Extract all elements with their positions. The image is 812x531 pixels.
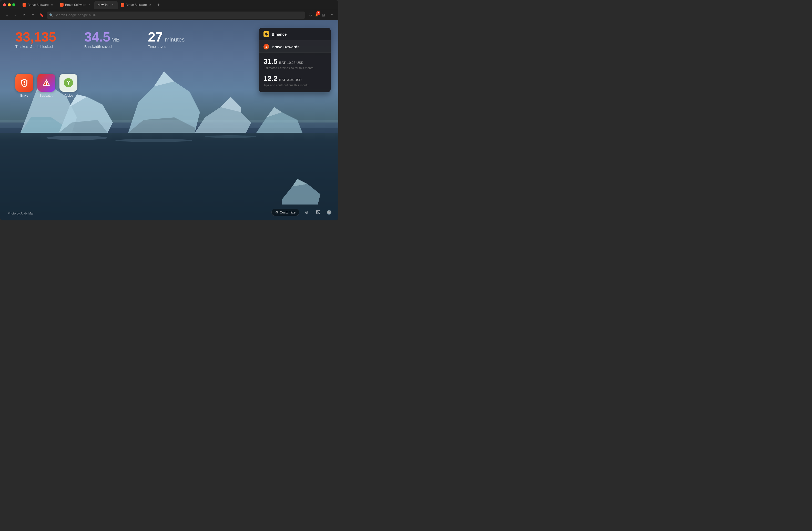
svg-marker-9 [154, 71, 174, 87]
shield-button[interactable]: 🛡 [308, 13, 313, 18]
tab-4-favicon [121, 3, 124, 7]
bookmark-button[interactable]: 🔖 [38, 12, 45, 19]
binance-label: Binance [272, 32, 287, 36]
svg-point-25 [46, 82, 47, 83]
bat-rewards-icon: ▲ [263, 44, 269, 49]
tab-4-close[interactable]: ✕ [148, 3, 152, 7]
bottom-toolbar: ⚙ Customize ⚙ 🖼 🕐 [272, 208, 333, 216]
rewards-badge: 2 [316, 11, 320, 15]
time-label: Time saved [148, 45, 185, 49]
brave-lion-svg [19, 78, 29, 88]
svg-marker-5 [59, 97, 113, 133]
svg-marker-7 [59, 120, 108, 133]
tab-4-label: Brave Software [126, 3, 147, 7]
gear-icon: ⚙ [305, 210, 308, 215]
tips-bat-num: 12.2 [263, 75, 278, 83]
address-bar[interactable]: 🔍 [47, 12, 305, 19]
shortcut-yubico[interactable]: Y Yubico [59, 74, 77, 98]
earned-usd: 10.28 USD [287, 61, 303, 64]
sidebar-toggle-button[interactable]: ≡ [29, 12, 37, 19]
bandwidth-stat: 34.5MB Bandwidth saved [84, 30, 120, 49]
tab-3-close[interactable]: ✕ [111, 3, 115, 7]
wallpaper-icon-button[interactable]: 🖼 [314, 208, 322, 216]
photo-credit: Photo by Andy Mai [8, 212, 33, 215]
close-button[interactable] [3, 3, 6, 6]
trackers-count: 33,135 [15, 30, 56, 44]
menu-button[interactable]: ≡ [328, 12, 335, 19]
svg-point-21 [24, 84, 25, 85]
tab-1[interactable]: Brave Software ✕ [19, 1, 57, 9]
svg-marker-19 [292, 179, 308, 187]
svg-marker-18 [282, 184, 320, 205]
back-icon: ◂ [6, 13, 8, 17]
settings-icon-button[interactable]: ⚙ [302, 208, 311, 216]
earned-desc: Estimated earnings so far this month [263, 67, 326, 70]
tips-amount-row: 12.2 BAT 3.04 USD [263, 75, 326, 83]
history-icon-button[interactable]: 🕐 [325, 208, 333, 216]
customize-label: Customize [280, 210, 295, 214]
bat-triangle-svg [41, 78, 52, 88]
shortcuts-panel: Brave Basicatt... Y Yubico [15, 74, 77, 98]
tab-4[interactable]: Brave Software ✕ [118, 1, 155, 9]
shortcut-brave[interactable]: Brave [15, 74, 33, 98]
bandwidth-amount: 34.5MB [84, 30, 120, 44]
back-button[interactable]: ◂ [3, 12, 10, 19]
tab-1-close[interactable]: ✕ [50, 3, 54, 7]
forward-button[interactable]: ▸ [12, 12, 19, 19]
rewards-panel: Binance ▲ Brave Rewards 31.5 BAT 10.28 U… [259, 28, 331, 92]
tab-2[interactable]: Brave Software ✕ [57, 1, 94, 9]
titlebar: Brave Software ✕ Brave Software ✕ New Ta… [0, 0, 338, 10]
tips-desc: Tips and contributions this month [263, 84, 326, 87]
earned-bat-label: BAT [279, 61, 286, 64]
shortcut-yubico-label: Yubico [64, 94, 73, 98]
customize-button[interactable]: ⚙ Customize [272, 209, 299, 216]
tab-bar: Brave Software ✕ Brave Software ✕ New Ta… [19, 0, 335, 10]
tips-rewards-row: 12.2 BAT 3.04 USD Tips and contributions… [263, 75, 326, 87]
shortcut-basicatt-icon [38, 74, 55, 92]
shortcut-basicatt-label: Basicatt... [40, 94, 53, 98]
svg-rect-24 [46, 83, 47, 85]
main-content: 33,135 Trackers & ads blocked 34.5MB Ban… [0, 20, 338, 220]
tab-1-favicon [23, 3, 26, 7]
tab-3[interactable]: New Tab ✕ [94, 1, 117, 9]
address-input[interactable] [55, 13, 303, 17]
tips-bat-label: BAT [279, 78, 286, 82]
shortcut-brave-icon [15, 74, 33, 92]
binance-icon-svg [264, 32, 269, 36]
time-amount: 27minutes [148, 30, 185, 44]
binance-row[interactable]: Binance [259, 28, 331, 41]
svg-rect-0 [0, 128, 338, 220]
navigation-toolbar: ◂ ▸ ↺ ≡ 🔖 🔍 🛡 ▲ 2 ⊡ ≡ [0, 10, 338, 20]
svg-point-16 [115, 139, 192, 142]
tab-2-label: Brave Software [65, 3, 86, 7]
tab-1-label: Brave Software [28, 3, 49, 7]
svg-point-15 [46, 136, 108, 140]
earned-bat-num: 31.5 [263, 57, 278, 65]
list-icon: ≡ [32, 13, 34, 17]
rewards-button[interactable]: ▲ 2 [314, 12, 319, 18]
toolbar-divider [307, 13, 307, 18]
brave-rewards-row[interactable]: ▲ Brave Rewards [259, 41, 331, 53]
bookmark-icon: 🔖 [40, 13, 44, 17]
reload-icon: ↺ [23, 13, 26, 17]
tips-usd: 3.04 USD [287, 78, 301, 82]
shield-icon: 🛡 [309, 13, 313, 17]
tabs-view-button[interactable]: ⊡ [320, 12, 327, 19]
maximize-button[interactable] [12, 3, 15, 6]
minimize-button[interactable] [8, 3, 11, 6]
tabs-icon: ⊡ [322, 13, 325, 17]
svg-marker-8 [128, 82, 200, 133]
earned-rewards-row: 31.5 BAT 10.28 USD Estimated earnings so… [263, 57, 326, 70]
stats-panel: 33,135 Trackers & ads blocked 34.5MB Ban… [15, 30, 200, 49]
trackers-stat: 33,135 Trackers & ads blocked [15, 30, 56, 49]
shortcut-basicatt[interactable]: Basicatt... [38, 74, 55, 98]
svg-marker-4 [20, 117, 77, 133]
svg-marker-14 [266, 107, 282, 117]
traffic-lights [3, 3, 15, 6]
new-tab-button[interactable]: + [155, 1, 162, 9]
tab-2-close[interactable]: ✕ [88, 3, 91, 7]
reload-button[interactable]: ↺ [20, 12, 28, 19]
rewards-panel-label: Brave Rewards [272, 45, 299, 49]
tab-3-label: New Tab [97, 3, 109, 7]
image-icon: 🖼 [316, 210, 320, 215]
